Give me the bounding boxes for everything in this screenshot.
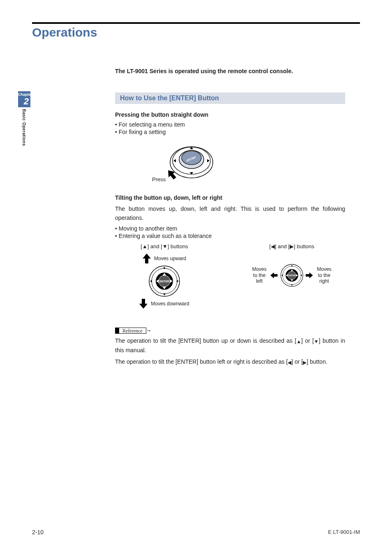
press-heading: Pressing the button straight down [115,111,345,118]
page: Operations Chapter 2 Basic Operations Th… [0,0,392,554]
triangle-right-icon: ▶ [303,359,307,367]
reference-label: Reference [119,328,146,334]
chapter-caption: Basic Operations [18,107,26,146]
reference-curl-icon: ↪ [147,328,150,333]
svg-marker-24 [270,272,277,279]
triangle-left-icon: ◀ [288,359,291,367]
arrow-left-icon [270,271,277,279]
press-label: Press [152,176,166,182]
arrow-down-icon [139,299,148,309]
triangle-up-icon: ▲ [296,338,301,346]
leftright-label: [◀] and [▶] buttons [251,243,333,249]
bullet-item: • For fixing a setting [115,129,345,135]
press-bullets: • For selecting a menu item • For fixing… [115,121,345,135]
enter-button-top-icon: ENTER [280,259,304,291]
tilt-bullets: • Moving to another item • Entering a va… [115,225,345,239]
footer: 2-10 E LT-9001-IM [32,529,360,536]
page-number: 2-10 [32,529,44,536]
moves-left-label: Moves to the left [251,266,268,284]
section-heading: How to Use the [ENTER] Button [115,92,345,104]
arrow-up-icon [143,254,151,263]
figure-press: ENTER Press [152,141,345,186]
updown-column: [▲] and [▼] buttons Moves upward ENTER [123,243,205,309]
content: The LT-9001 Series is operated using the… [115,68,345,369]
moves-right-label: Moves to the right [316,266,333,284]
reference-badge: Reference ↪ [115,328,150,334]
reference-line-1: The operation to tilt the [ENTER] button… [115,336,345,355]
enter-text: ENTER [288,274,295,277]
bullet-item: • For selecting a menu item [115,121,345,128]
svg-marker-23 [139,299,148,309]
moves-up-label: Moves upward [154,256,186,261]
bullet-item: • Entering a value such as a tolerance [115,233,345,239]
chapter-number: 2 [18,97,30,107]
chapter-tab: Chapter 2 Basic Operations [18,91,30,146]
arrow-right-icon [306,271,313,279]
reference-box-icon [115,328,119,334]
svg-marker-10 [143,254,151,263]
leftright-column: [◀] and [▶] buttons Moves to the left EN… [251,243,333,309]
intro-text: The LT-9001 Series is operated using the… [115,68,345,74]
bullet-item: • Moving to another item [115,225,345,232]
doc-id: E LT-9001-IM [328,529,360,536]
enter-text: ENTER [159,280,169,283]
triangle-down-icon: ▼ [314,338,319,346]
tilt-paragraph: The button moves up, down, left and righ… [115,204,345,223]
top-rule [32,22,360,24]
moves-down-label: Moves downward [151,301,189,307]
reference-line-2: The operation to tilt the [ENTER] button… [115,357,345,367]
figure-tilt: [▲] and [▼] buttons Moves upward ENTER [123,243,345,309]
enter-button-top-icon: ENTER [148,265,180,297]
chapter-title: Operations [32,25,97,39]
tilt-heading: Tilting the button up, down, left or rig… [115,194,345,201]
updown-label: [▲] and [▼] buttons [123,243,205,249]
svg-marker-37 [306,272,313,279]
